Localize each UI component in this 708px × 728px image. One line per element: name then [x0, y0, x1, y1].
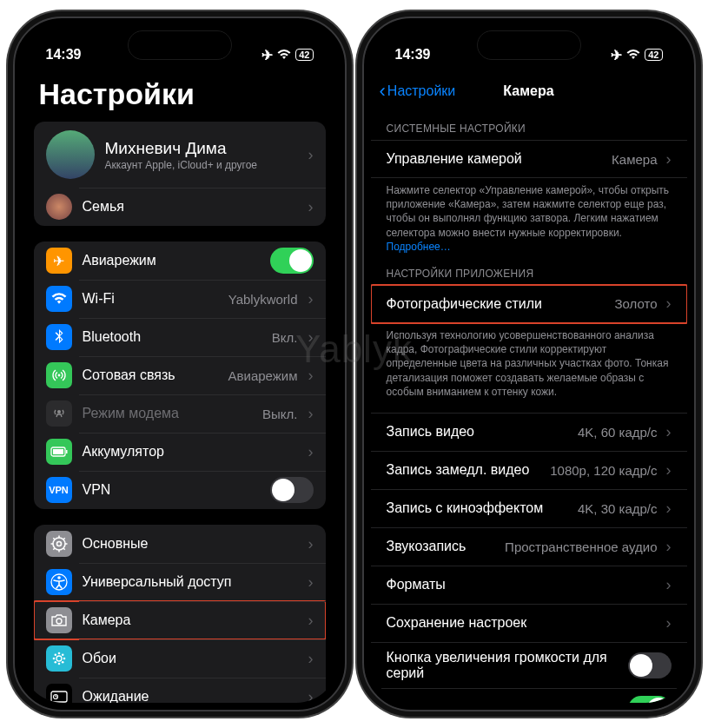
vpn-row[interactable]: VPNVPN [34, 471, 326, 509]
svg-point-10 [56, 656, 62, 661]
qr-toggle[interactable] [628, 696, 672, 703]
family-row[interactable]: Семья › [34, 188, 326, 226]
svg-point-11 [57, 652, 60, 655]
svg-rect-3 [66, 450, 68, 453]
cinematic-row[interactable]: Запись с киноэффектом4K, 30 кадр/с› [371, 489, 687, 527]
airplane-row[interactable]: ✈︎Авиарежим [34, 242, 326, 280]
accessibility-row[interactable]: Универсальный доступ› [34, 563, 326, 601]
audio-row[interactable]: ЗвукозаписьПространственное аудио› [371, 527, 687, 566]
row-label: Фотографические стили [387, 296, 606, 312]
chevron-right-icon: › [308, 405, 314, 423]
hotspot-row[interactable]: Режим модемаВыкл.› [34, 394, 326, 433]
bluetooth-icon [46, 324, 72, 350]
volumeburst-row[interactable]: Кнопка увеличения громкости для серий [371, 642, 687, 688]
row-label: Ожидание [83, 688, 298, 703]
wallpaper-row[interactable]: Обои› [34, 639, 326, 678]
chevron-right-icon: › [666, 150, 672, 169]
row-label: Запись с киноэффектом [387, 500, 569, 516]
photo-styles-row[interactable]: Фотографические стили Золото › [371, 285, 687, 323]
formats-row[interactable]: Форматы› [371, 566, 687, 604]
status-time: 14:39 [395, 47, 431, 63]
chevron-right-icon: › [666, 614, 672, 632]
section-footer: Используя технологию усовершенствованног… [371, 323, 687, 400]
back-label: Настройки [387, 83, 455, 99]
nav-bar: ‹ Настройки Камера [371, 72, 687, 110]
cellular-row[interactable]: Сотовая связьАвиарежим› [34, 356, 326, 394]
svg-rect-4 [53, 449, 63, 454]
profile-sub: Аккаунт Apple, iCloud+ и другое [105, 159, 298, 171]
family-label: Семья [83, 198, 298, 215]
svg-point-14 [63, 658, 65, 660]
row-detail: Пространственное аудио [505, 539, 657, 554]
family-icon [46, 194, 72, 220]
svg-point-15 [54, 654, 56, 657]
back-button[interactable]: ‹ Настройки [380, 80, 456, 103]
row-label: Запись замедл. видео [387, 462, 542, 478]
chevron-right-icon: › [666, 500, 672, 518]
standby-row[interactable]: Ожидание› [34, 678, 326, 703]
row-label: Bluetooth [83, 328, 261, 345]
airplane-icon: ✈︎ [261, 47, 273, 63]
row-label: Обои [83, 650, 298, 666]
chevron-right-icon: › [308, 328, 314, 347]
phone-left: 14:39 ✈︎ 42 Настройки Михневич Дима Акка… [13, 17, 347, 711]
chevron-right-icon: › [308, 146, 314, 164]
bluetooth-row[interactable]: BluetoothВкл.› [34, 318, 326, 356]
battery-icon: 42 [295, 49, 313, 61]
wifi-icon [277, 50, 291, 60]
general-row[interactable]: Основные› [34, 525, 326, 563]
chevron-right-icon: › [666, 538, 672, 556]
chevron-right-icon: › [308, 612, 314, 630]
profile-name: Михневич Дима [105, 139, 298, 158]
chevron-right-icon: › [308, 290, 314, 308]
wifi-row[interactable]: Wi-FiYablykworld› [34, 280, 326, 318]
chevron-right-icon: › [666, 423, 672, 441]
row-label: Универсальный доступ [83, 573, 298, 590]
apple-id-row[interactable]: Михневич Дима Аккаунт Apple, iCloud+ и д… [34, 122, 326, 188]
row-label: Сотовая связь [83, 367, 218, 383]
section-app: НАСТРОЙКИ ПРИЛОЖЕНИЯ [371, 255, 687, 285]
svg-point-8 [57, 576, 61, 579]
vpn-toggle[interactable] [270, 477, 314, 503]
cellular-icon [46, 362, 72, 388]
row-detail: Золото [614, 296, 657, 311]
accessibility-icon [46, 569, 72, 595]
dynamic-island [477, 30, 581, 60]
chevron-right-icon: › [308, 198, 314, 216]
svg-point-1 [57, 410, 61, 414]
camera-row[interactable]: Камера› [34, 601, 326, 639]
row-label: Камера [83, 612, 298, 628]
row-label: Авиарежим [83, 252, 260, 268]
svg-point-9 [56, 619, 62, 624]
chevron-right-icon: › [308, 443, 314, 461]
row-detail: Вкл. [272, 330, 298, 345]
slomo-row[interactable]: Запись замедл. видео1080p, 120 кадр/с› [371, 451, 687, 489]
airplane-icon: ✈︎ [611, 47, 622, 63]
row-label: Управление камерой [387, 151, 604, 167]
battery-row[interactable]: Аккумулятор› [34, 433, 326, 471]
preserve-row[interactable]: Сохранение настроек› [371, 604, 687, 642]
qr-row[interactable]: Сканирование QR-кодов [371, 688, 687, 703]
connectivity-group: ✈︎АвиарежимWi-FiYablykworld›BluetoothВкл… [34, 242, 326, 509]
volumeburst-toggle[interactable] [628, 652, 672, 678]
dynamic-island [128, 30, 232, 60]
battery-icon: 42 [645, 49, 662, 61]
row-label: Звукозапись [387, 539, 497, 554]
row-detail: Авиарежим [228, 368, 298, 383]
camera-control-row[interactable]: Управление камерой Камера › [371, 140, 687, 178]
learn-more-link[interactable]: Подробнее… [387, 241, 451, 253]
airplane-toggle[interactable] [270, 248, 314, 274]
wallpaper-icon [46, 645, 72, 672]
chevron-right-icon: › [308, 573, 314, 592]
camera-icon [46, 607, 72, 633]
row-detail: Камера [612, 152, 657, 167]
row-label: Основные [83, 535, 298, 552]
video-row[interactable]: Запись видео4K, 60 кадр/с› [371, 413, 687, 451]
row-label: Режим модема [83, 405, 253, 421]
general-icon [46, 531, 72, 557]
svg-point-17 [54, 661, 56, 664]
row-label: Кнопка увеличения громкости для серий [387, 650, 619, 681]
row-detail: Выкл. [262, 407, 297, 421]
row-label: Wi-Fi [83, 290, 218, 307]
chevron-right-icon: › [308, 535, 314, 553]
